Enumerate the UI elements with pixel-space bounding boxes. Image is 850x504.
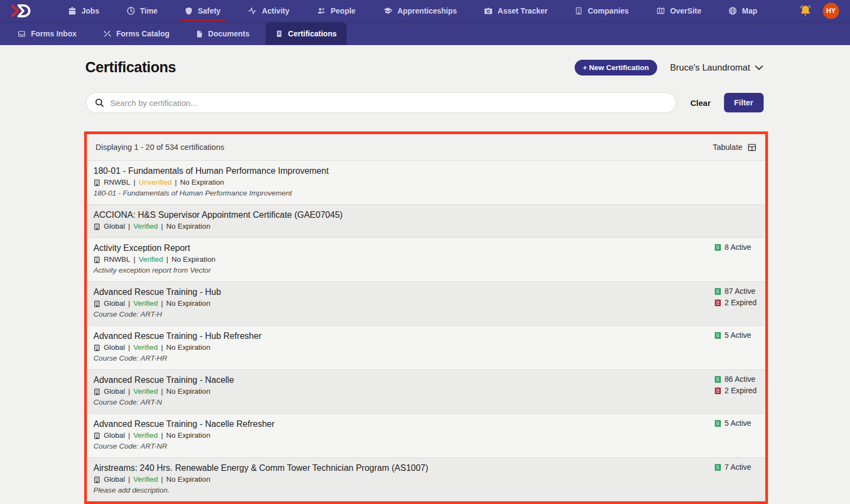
- notifications-bell-icon[interactable]: [799, 4, 812, 17]
- nav-item-label: Jobs: [81, 7, 99, 15]
- meta-separator: |: [128, 299, 130, 308]
- cert-scope: Global: [104, 475, 125, 484]
- nav-item-asset-tracker[interactable]: Asset Tracker: [470, 0, 561, 22]
- cert-status: Verified: [134, 299, 158, 308]
- nav-item-label: Asset Tracker: [498, 7, 547, 15]
- subnav-item-forms-inbox[interactable]: Forms Inbox: [8, 22, 86, 45]
- nav-item-activity[interactable]: Activity: [234, 0, 303, 22]
- cert-counts: 5 Active: [714, 419, 761, 427]
- subnav-item-certifications[interactable]: Certifications: [266, 22, 346, 45]
- certification-row[interactable]: ACCIONA: H&S Supervisor Appointment Cert…: [87, 204, 765, 237]
- cert-scope: Global: [104, 222, 125, 231]
- nav-item-companies[interactable]: Companies: [561, 0, 642, 22]
- document-icon: [196, 30, 203, 38]
- certification-row[interactable]: 180-01 - Fundamentals of Human Performan…: [87, 160, 765, 204]
- meta-separator: |: [128, 431, 130, 440]
- expired-certificate-icon: [714, 387, 721, 395]
- subnav-item-forms-catalog[interactable]: Forms Catalog: [93, 22, 179, 45]
- cert-counts: 86 Active2 Expired: [714, 375, 761, 395]
- cert-description: 180-01 - Fundamentals of Human Performan…: [93, 189, 758, 198]
- nav-item-oversite[interactable]: OverSite: [643, 0, 715, 22]
- certification-row[interactable]: Advanced Rescue Training - Nacelle Refre…: [87, 413, 765, 457]
- cert-counts: 5 Active: [714, 331, 761, 339]
- cert-expiration: No Expiration: [172, 255, 216, 264]
- page-header-actions: + New Certification Bruce's Laundromat: [575, 60, 763, 75]
- cert-title: Advanced Rescue Training - Hub: [93, 287, 758, 297]
- cert-meta: Global | Verified | No Expiration: [93, 475, 758, 484]
- cert-scope: RNWBL: [104, 255, 130, 264]
- cert-description: Course Code: ART-HR: [93, 354, 758, 363]
- globe-icon: [728, 7, 737, 15]
- active-certificate-icon: [714, 331, 721, 339]
- list-summary: Displaying 1 - 20 of 534 certifications: [96, 143, 224, 152]
- nav-item-label: Time: [140, 7, 158, 15]
- new-certification-button[interactable]: + New Certification: [575, 60, 657, 75]
- certificate-icon: [275, 30, 283, 38]
- nav-item-apprenticeships[interactable]: Apprenticeships: [369, 0, 471, 22]
- meta-separator: |: [161, 343, 163, 352]
- cert-meta: Global | Verified | No Expiration: [93, 387, 758, 396]
- search-icon: [95, 98, 104, 108]
- nav-item-people[interactable]: People: [303, 0, 369, 22]
- cert-count-text: 8 Active: [725, 243, 751, 251]
- certification-row[interactable]: Advanced Rescue Training - Hub Refresher…: [87, 325, 765, 369]
- filter-button[interactable]: Filter: [724, 93, 764, 112]
- company-selector[interactable]: Bruce's Laundromat: [670, 62, 763, 73]
- building-icon: [575, 7, 583, 15]
- cert-expiration: No Expiration: [166, 222, 210, 231]
- cert-expiration: No Expiration: [166, 475, 210, 484]
- user-avatar[interactable]: HY: [823, 3, 839, 19]
- shield-icon: [185, 7, 193, 15]
- cert-status: Verified: [134, 475, 158, 484]
- subnav-item-label: Documents: [208, 29, 249, 38]
- cert-count-active: 86 Active: [714, 375, 761, 383]
- nav-item-label: Apprenticeships: [398, 7, 457, 15]
- nav-item-label: Map: [742, 7, 757, 15]
- cert-title: Airstreams: 240 Hrs. Renewable Energy & …: [93, 463, 758, 473]
- nav-item-map[interactable]: Map: [715, 0, 771, 22]
- cert-title: Advanced Rescue Training - Nacelle Refre…: [93, 419, 758, 429]
- cert-expiration: No Expiration: [166, 299, 210, 308]
- meta-separator: |: [128, 387, 130, 396]
- cert-count-text: 7 Active: [725, 463, 751, 471]
- search-box: [86, 92, 676, 113]
- cert-counts: 8 Active: [714, 243, 761, 251]
- top-navbar: Jobs Time Safety Activity People Apprent…: [0, 0, 850, 22]
- active-certificate-icon: [714, 375, 721, 383]
- cert-count-expired: 2 Expired: [714, 298, 761, 307]
- app-logo[interactable]: [10, 3, 33, 18]
- cert-count-expired: 2 Expired: [714, 386, 761, 395]
- subnav-item-label: Certifications: [288, 29, 336, 38]
- cert-description: Course Code: ART-NR: [93, 442, 758, 451]
- nav-item-jobs[interactable]: Jobs: [54, 0, 113, 22]
- active-certificate-icon: [714, 243, 721, 251]
- cert-count-active: 87 Active: [714, 287, 761, 295]
- cert-expiration: No Expiration: [166, 343, 210, 352]
- cert-title: 180-01 - Fundamentals of Human Performan…: [93, 166, 758, 176]
- search-input[interactable]: [110, 98, 668, 108]
- inbox-icon: [17, 30, 26, 38]
- cert-scope: Global: [104, 387, 125, 396]
- nav-item-safety[interactable]: Safety: [171, 0, 234, 22]
- briefcase-icon: [68, 7, 77, 15]
- cert-meta: Global | Verified | No Expiration: [93, 299, 758, 308]
- building-icon: [93, 344, 100, 351]
- cert-count-text: 87 Active: [725, 287, 755, 295]
- cert-counts: 87 Active2 Expired: [714, 287, 761, 307]
- meta-separator: |: [134, 255, 136, 264]
- nav-item-time[interactable]: Time: [113, 0, 171, 22]
- subnav-item-documents[interactable]: Documents: [186, 22, 259, 45]
- chevron-down-icon: [755, 65, 763, 71]
- certification-row[interactable]: Activity Exception Report RNWBL | Verifi…: [87, 237, 765, 281]
- cert-meta: RNWBL | Unverified | No Expiration: [93, 178, 758, 187]
- meta-separator: |: [128, 222, 130, 231]
- certification-row[interactable]: Airstreams: 240 Hrs. Renewable Energy & …: [87, 457, 765, 501]
- nav-item-label: Activity: [262, 7, 289, 15]
- subnav-item-label: Forms Catalog: [116, 29, 169, 38]
- building-icon: [93, 476, 100, 483]
- tabulate-button[interactable]: Tabulate: [713, 143, 757, 152]
- cert-status: Verified: [134, 387, 158, 396]
- clear-button[interactable]: Clear: [690, 98, 711, 108]
- certification-row[interactable]: Advanced Rescue Training - Hub Global | …: [87, 281, 765, 325]
- certification-row[interactable]: Advanced Rescue Training - Nacelle Globa…: [87, 369, 765, 413]
